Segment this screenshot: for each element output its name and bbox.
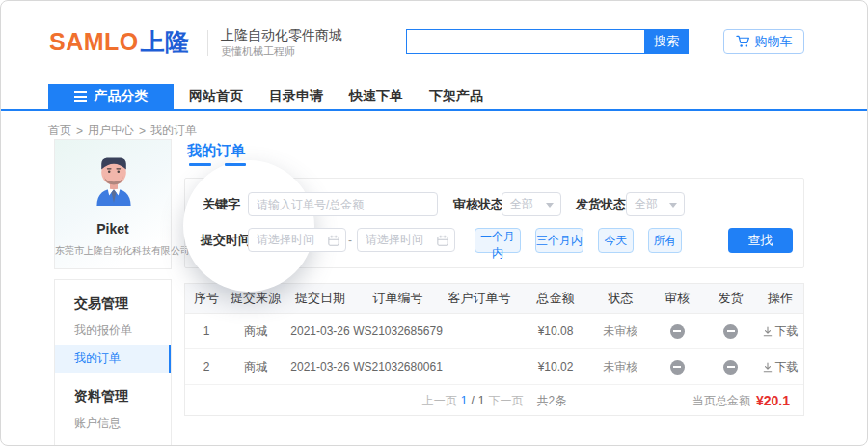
audit-minus-circle-icon[interactable] (670, 324, 685, 339)
nav-item-home[interactable]: 网站首页 (189, 88, 243, 105)
ship-status-label: 发货状态 (576, 192, 626, 217)
breadcrumb-home[interactable]: 首页 (48, 123, 71, 139)
find-button[interactable]: 查找 (728, 228, 793, 253)
profile-card: Piket 东莞市上隆自动化科技有限公司 (54, 139, 172, 269)
col-header-no: 序号 (185, 290, 228, 307)
page: SAMLO上隆 上隆自动化零件商城 更懂机械工程师 搜索 购物车 产品分类 网站… (0, 0, 868, 446)
nav-catalog-label: 产品分类 (95, 88, 149, 105)
ship-minus-circle-icon[interactable] (723, 360, 738, 375)
col-header-order-no: 订单编号 (357, 290, 439, 307)
col-header-amount: 总金额 (520, 290, 591, 307)
cell-order-no: WS21032680061 (357, 360, 439, 374)
page-total-summary: 当页总金额 ¥20.1 (692, 385, 790, 416)
chevron-down-icon (546, 203, 554, 208)
cart-icon (736, 35, 750, 48)
total-pages: 1 (478, 394, 485, 407)
cell-date: 2021-03-26 (284, 360, 357, 374)
nav-items: 网站首页 目录申请 快速下单 下架产品 (189, 84, 483, 109)
company-name: 东莞市上隆自动化科技有限公司 (55, 244, 171, 258)
cell-status: 未审核 (591, 323, 650, 340)
nav-item-catalog-apply[interactable]: 目录申请 (269, 88, 323, 105)
nav-item-quick-order[interactable]: 快速下单 (349, 88, 403, 105)
quick-filter-today[interactable]: 今天 (598, 228, 634, 253)
audit-status-label: 审核状态 (453, 192, 503, 217)
title-underline (189, 163, 211, 166)
spotlight-circle (183, 160, 314, 292)
logo-text-en: SAMLO (49, 28, 139, 55)
site-title: 上隆自动化零件商城 (221, 27, 342, 44)
keyword-label: 关键字 (203, 192, 240, 217)
ship-status-select[interactable]: 全部 (626, 192, 685, 216)
cart-button[interactable]: 购物车 (723, 29, 804, 54)
breadcrumb-separator: > (76, 125, 83, 138)
cell-source: 商城 (228, 323, 284, 340)
next-page-button[interactable]: 下一页 (489, 393, 524, 409)
page-title: 我的订单 (187, 142, 245, 160)
keyword-input[interactable] (248, 192, 438, 216)
chevron-down-icon (669, 203, 677, 208)
logo[interactable]: SAMLO上隆 (49, 26, 190, 58)
cart-label: 购物车 (755, 33, 793, 50)
orders-table: 序号 提交来源 提交日期 订单编号 客户订单号 总金额 状态 审核 发货 操作 … (184, 283, 804, 416)
col-header-source: 提交来源 (228, 290, 284, 307)
quick-filter-all[interactable]: 所有 (648, 228, 682, 253)
current-page: 1 (461, 394, 468, 407)
col-header-customer-no: 客户订单号 (439, 290, 520, 307)
table-header: 序号 提交来源 提交日期 订单编号 客户订单号 总金额 状态 审核 发货 操作 (185, 284, 803, 314)
download-label: 下载 (775, 323, 799, 340)
filter-row-2: 提交时间 请选择时间 - 请选择时间 一 (185, 228, 803, 253)
quick-filter-one-month[interactable]: 一个月内 (475, 228, 521, 253)
date-start-input[interactable]: 请选择时间 (248, 228, 346, 252)
calendar-icon (328, 235, 339, 246)
prev-page-button[interactable]: 上一页 (422, 393, 457, 409)
summary-label: 当页总金额 (692, 393, 750, 409)
date-start-placeholder: 请选择时间 (257, 232, 328, 248)
table-row: 2 商城 2021-03-26 WS21032680061 ¥10.02 未审核… (185, 349, 803, 385)
date-end-placeholder: 请选择时间 (366, 232, 437, 248)
breadcrumb-current: 我的订单 (150, 123, 197, 139)
audit-status-select[interactable]: 全部 (502, 192, 561, 216)
download-label: 下载 (775, 359, 799, 376)
breadcrumb: 首页 > 用户中心 > 我的订单 (48, 123, 197, 139)
sidebar-item-my-quotes[interactable]: 我的报价单 (55, 317, 171, 345)
date-end-input[interactable]: 请选择时间 (357, 228, 455, 252)
search-input[interactable] (406, 29, 644, 54)
sidebar-item-my-orders[interactable]: 我的订单 (55, 345, 171, 373)
pagination: 上一页 1 / 1 下一页 共2条 (422, 393, 566, 409)
ship-minus-circle-icon[interactable] (723, 324, 738, 339)
sidebar-menu: 交易管理 我的报价单 我的订单 资料管理 账户信息 地址管理 (54, 279, 172, 446)
submit-time-label: 提交时间 (201, 228, 251, 253)
sidebar-section-profile: 资料管理 (55, 373, 171, 409)
avatar-illustration (91, 152, 137, 206)
col-header-ship: 发货 (704, 290, 757, 307)
col-header-action: 操作 (757, 290, 803, 307)
main-nav: 产品分类 网站首页 目录申请 快速下单 下架产品 (1, 84, 867, 111)
download-link[interactable]: 下载 (763, 323, 799, 340)
title-underline (225, 163, 246, 166)
quick-filter-three-months[interactable]: 三个月内 (535, 228, 583, 253)
col-header-audit: 审核 (650, 290, 704, 307)
col-header-status: 状态 (591, 290, 650, 307)
filter-row-1: 关键字 审核状态 全部 发货状态 全部 (185, 192, 803, 217)
table-row: 1 商城 2021-03-26 WS21032685679 ¥10.08 未审核… (185, 314, 803, 349)
sidebar-item-address[interactable]: 地址管理 (55, 437, 171, 446)
sidebar-item-account-info[interactable]: 账户信息 (55, 409, 171, 437)
breadcrumb-user-center[interactable]: 用户中心 (88, 123, 134, 139)
table-footer: 上一页 1 / 1 下一页 共2条 当页总金额 ¥20.1 (185, 385, 803, 416)
breadcrumb-separator: > (139, 125, 146, 138)
cell-amount: ¥10.08 (520, 324, 591, 338)
header-search: 搜索 (406, 29, 689, 54)
download-link[interactable]: 下载 (763, 359, 799, 376)
summary-value: ¥20.1 (756, 393, 790, 408)
cell-amount: ¥10.02 (520, 360, 591, 374)
col-header-date: 提交日期 (284, 290, 357, 307)
cell-order-no: WS21032685679 (357, 324, 439, 338)
download-icon (763, 326, 773, 337)
search-button[interactable]: 搜索 (644, 29, 689, 54)
audit-minus-circle-icon[interactable] (670, 360, 685, 375)
nav-product-categories[interactable]: 产品分类 (48, 84, 174, 109)
nav-item-offshelf[interactable]: 下架产品 (429, 88, 483, 105)
cell-no: 2 (185, 360, 228, 374)
sidebar-section-trade: 交易管理 (55, 280, 171, 317)
user-avatar (91, 152, 137, 209)
